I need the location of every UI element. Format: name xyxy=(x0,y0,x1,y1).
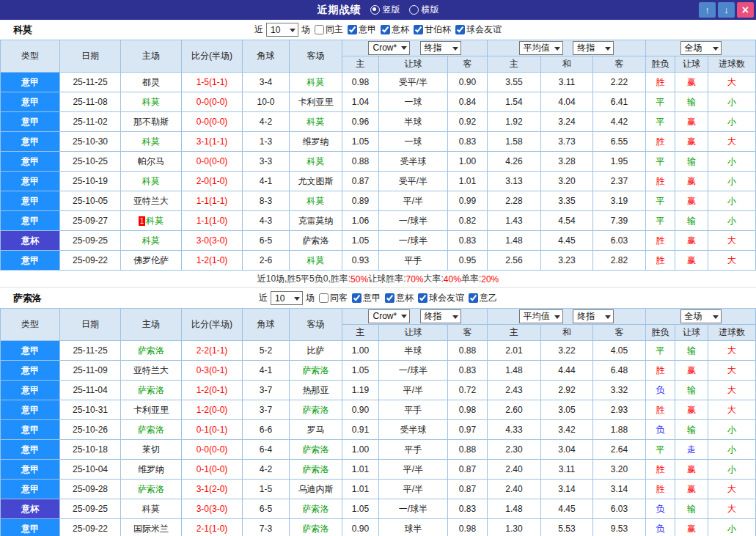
filter-same-home[interactable]: 同主 xyxy=(315,23,343,36)
select-value: 终指 xyxy=(425,310,442,323)
date-cell: 25-10-30 xyxy=(60,132,121,152)
eu-away-odds-cell: 2.82 xyxy=(593,251,646,271)
ah-handicap-cell: 平/半 xyxy=(379,480,448,499)
recent-count-select[interactable]: 10 xyxy=(271,291,303,305)
same-home-checkbox[interactable] xyxy=(315,25,324,34)
filter-serie-a[interactable]: 意甲 xyxy=(348,23,376,36)
coppa-italia-checkbox[interactable] xyxy=(381,25,390,34)
date-cell: 25-09-22 xyxy=(60,251,121,271)
filter-serie-b[interactable]: 意乙 xyxy=(469,292,497,304)
move-down-button[interactable]: ↓ xyxy=(718,2,735,18)
filter-coppa-italia[interactable]: 意杯 xyxy=(385,292,414,304)
filter-gamper-cup[interactable]: 甘伯杯 xyxy=(414,23,451,36)
ah-away-odds-cell: 0.83 xyxy=(448,499,488,519)
club-friendly-checkbox[interactable] xyxy=(418,293,427,303)
serie-a-checkbox[interactable] xyxy=(352,293,362,303)
eu-final-index-select[interactable]: 终指 xyxy=(573,41,614,55)
eu-home-odds-cell: 4.33 xyxy=(488,420,541,440)
result-cell: 负 xyxy=(646,381,675,400)
bookmaker-select[interactable]: Crow* xyxy=(368,41,410,55)
handicap-result-cell: 赢 xyxy=(675,480,708,499)
eu-final-index-select[interactable]: 终指 xyxy=(573,309,614,323)
rank-badge: 1 xyxy=(139,216,146,226)
eu-odds-group-header: 平均值 终指 xyxy=(488,309,646,325)
recent-label: 近 xyxy=(254,23,263,36)
handicap-result-cell: 赢 xyxy=(675,112,708,132)
recent-count-select[interactable]: 10 xyxy=(266,23,298,37)
fulltime-select[interactable]: 全场 xyxy=(680,309,722,323)
score-cell: 3-0(3-0) xyxy=(182,231,243,251)
coppa-italia-checkbox[interactable] xyxy=(385,293,394,303)
close-button[interactable]: × xyxy=(737,2,754,18)
result-cell: 胜 xyxy=(646,460,675,480)
away-team-cell: 科莫 xyxy=(290,152,342,172)
score-cell: 0-0(0-0) xyxy=(182,92,243,112)
ah-handicap-cell: 平手 xyxy=(379,251,448,271)
ah-handicap-cell: 受半球 xyxy=(379,420,448,440)
filter-coppa-italia[interactable]: 意杯 xyxy=(381,23,409,36)
eu-away-odds-cell: 2.37 xyxy=(593,172,646,191)
filter-club-friendly[interactable]: 球会友谊 xyxy=(455,23,502,36)
corner-cell: 4-1 xyxy=(243,361,290,381)
corner-cell: 10-0 xyxy=(243,92,290,112)
same-away-checkbox[interactable] xyxy=(319,293,329,303)
move-up-button[interactable]: ↑ xyxy=(699,2,716,18)
handicap-result-cell: 输 xyxy=(675,211,708,231)
ah-away-odds-cell: 0.92 xyxy=(448,112,488,132)
away-team-cell: 科莫 xyxy=(290,112,342,132)
home-team-cell: 科莫 xyxy=(121,499,182,519)
col-header-type: 类型 xyxy=(1,309,60,341)
ah-away-odds-cell: 0.84 xyxy=(448,92,488,112)
fulltime-select[interactable]: 全场 xyxy=(680,41,722,55)
match-row: 意甲25-10-19科莫2-0(1-0)4-1尤文图斯0.87受平/半1.013… xyxy=(1,172,756,191)
eu-average-select[interactable]: 平均值 xyxy=(519,309,563,323)
ah-home-odds-cell: 0.93 xyxy=(342,251,379,271)
league-cell: 意杯 xyxy=(1,499,60,519)
matches-label: 场 xyxy=(301,23,310,36)
date-cell: 25-10-18 xyxy=(60,440,121,460)
match-row: 意甲25-10-26萨索洛0-1(0-1)6-6罗马0.91受半球0.974.3… xyxy=(1,420,756,440)
col-header-eu-home: 主 xyxy=(488,325,541,341)
handicap-result-cell: 输 xyxy=(675,420,708,440)
eu-draw-odds-cell: 5.53 xyxy=(541,519,593,536)
eu-average-select[interactable]: 平均值 xyxy=(519,41,563,55)
club-friendly-checkbox[interactable] xyxy=(455,25,465,34)
col-header-ah-handicap: 让球 xyxy=(379,325,448,341)
corner-cell: 4-1 xyxy=(243,172,290,191)
bookmaker-select[interactable]: Crow* xyxy=(368,309,410,323)
filter-serie-a[interactable]: 意甲 xyxy=(352,292,381,304)
horizontal-layout-label: 横版 xyxy=(422,4,439,16)
vertical-layout-radio[interactable]: 竖版 xyxy=(370,4,400,16)
away-team-cell: 罗马 xyxy=(290,420,342,440)
horizontal-layout-radio[interactable]: 横版 xyxy=(409,4,439,16)
ah-home-odds-cell: 1.19 xyxy=(342,381,379,400)
eu-home-odds-cell: 2.56 xyxy=(488,251,541,271)
ah-final-index-select[interactable]: 终指 xyxy=(420,309,461,323)
league-cell: 意甲 xyxy=(1,460,60,480)
select-value: 终指 xyxy=(577,42,595,54)
eu-draw-odds-cell: 3.24 xyxy=(541,112,593,132)
serie-b-checkbox[interactable] xyxy=(469,293,478,303)
titlebar-center: 近期战绩 竖版 横版 xyxy=(318,4,439,17)
goals-result-cell: 小 xyxy=(708,191,756,211)
filter-same-away[interactable]: 同客 xyxy=(319,292,348,304)
eu-home-odds-cell: 1.54 xyxy=(488,92,541,112)
eu-draw-odds-cell: 3.11 xyxy=(541,73,593,92)
table-header-groups: 类型 日期 主场 比分(半场) 角球 客场 Crow* 终指 平均值 终指 xyxy=(1,40,756,56)
close-icon: × xyxy=(742,4,749,17)
filter-club-friendly[interactable]: 球会友谊 xyxy=(418,292,464,304)
table-header-groups: 类型 日期 主场 比分(半场) 角球 客场 Crow* 终指 平均值 终指 xyxy=(1,309,756,325)
home-team-name: 科莫 xyxy=(146,216,164,226)
goals-result-cell: 小 xyxy=(708,172,756,191)
ah-final-index-select[interactable]: 终指 xyxy=(420,41,461,55)
gamper-cup-checkbox[interactable] xyxy=(414,25,423,34)
ah-handicap-cell: 平/半 xyxy=(379,381,448,400)
match-row: 意杯25-09-25科莫3-0(3-0)6-5萨索洛1.05一/球半0.831.… xyxy=(1,231,756,251)
match-row: 意甲25-09-22国际米兰2-1(1-0)7-3萨索洛0.90球半0.981.… xyxy=(1,519,756,536)
col-header-score: 比分(半场) xyxy=(182,40,243,73)
checkbox-label: 同客 xyxy=(330,292,348,304)
ah-home-odds-cell: 1.05 xyxy=(342,499,379,519)
home-team-name: 卡利亚里 xyxy=(133,405,169,415)
match-row: 意甲25-09-28萨索洛3-1(2-0)1-5乌迪内斯1.01平/半0.872… xyxy=(1,480,756,499)
serie-a-checkbox[interactable] xyxy=(348,25,357,34)
